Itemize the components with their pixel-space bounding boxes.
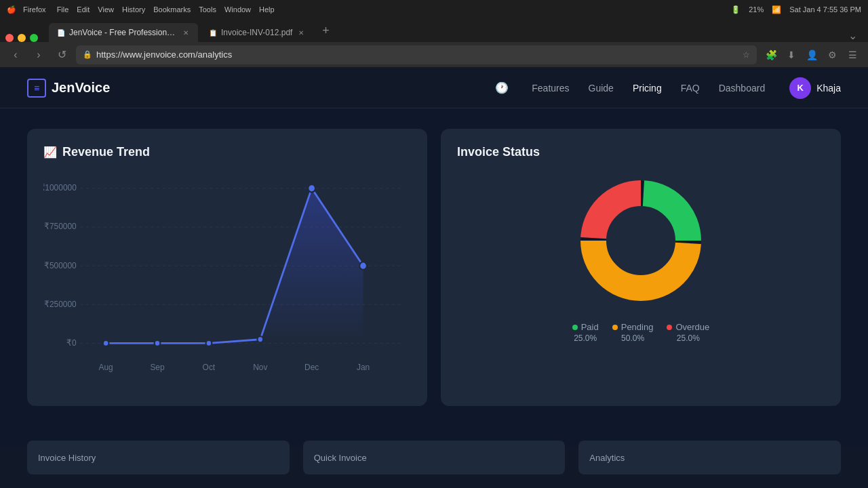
menu-window[interactable]: Window <box>224 5 251 14</box>
revenue-trend-title: 📈 Revenue Trend <box>43 145 411 159</box>
donut-chart-svg: .donut-ring { fill: none; stroke-width: … <box>573 173 709 308</box>
navbar: ≡ JenVoice 🕐 Features Guide Pricing FAQ … <box>0 68 868 108</box>
svg-point-19 <box>257 336 263 342</box>
fullscreen-button[interactable] <box>30 34 38 42</box>
paid-pct: 25.0% <box>574 333 597 343</box>
sysbar-right: 🔋 21% 📶 Sat Jan 4 7:55 36 PM <box>731 5 861 14</box>
svg-text:Oct: Oct <box>203 363 216 372</box>
donut-legend: Paid 25.0% Pending 50.0% <box>572 322 710 343</box>
app-background: ≡ JenVoice 🕐 Features Guide Pricing FAQ … <box>0 68 868 488</box>
tab-list-button[interactable]: ⌄ <box>848 29 857 42</box>
bottom-card-2: Quick Invoice <box>303 441 566 474</box>
donut-container: .donut-ring { fill: none; stroke-width: … <box>457 173 825 343</box>
urlbar-row: ‹ › ↺ 🔒 https://www.jenvoice.com/analyti… <box>0 42 868 68</box>
legend-overdue: Overdue 25.0% <box>667 322 709 343</box>
app-name: Firefox <box>23 5 46 14</box>
revenue-trend-card: 📈 Revenue Trend ₹1000000 ₹750000 <box>27 129 427 406</box>
menu-help[interactable]: Help <box>259 5 275 14</box>
trend-icon: 📈 <box>43 146 57 159</box>
security-icon: 🔒 <box>83 50 92 59</box>
svg-text:Jan: Jan <box>357 363 370 372</box>
download-icon[interactable]: ⬇ <box>783 46 800 64</box>
svg-text:Aug: Aug <box>99 363 113 372</box>
menu-edit[interactable]: Edit <box>77 5 90 14</box>
paid-dot <box>572 325 578 330</box>
logo-text: JenVoice <box>52 80 110 96</box>
svg-text:Nov: Nov <box>253 363 268 372</box>
pending-pct: 50.0% <box>621 333 644 343</box>
nav-link-dashboard[interactable]: Dashboard <box>719 83 766 94</box>
forward-button[interactable]: › <box>30 46 47 64</box>
invoice-status-label: Invoice Status <box>457 145 540 159</box>
new-tab-button[interactable]: + <box>317 22 334 39</box>
pending-label: Pending <box>621 322 654 332</box>
reload-button[interactable]: ↺ <box>53 46 71 64</box>
wifi-icon: 📶 <box>772 5 781 14</box>
nav-link-features[interactable]: Features <box>532 83 569 94</box>
bookmark-star-icon[interactable]: ☆ <box>743 50 750 60</box>
svg-text:₹500000: ₹500000 <box>44 260 77 270</box>
bottom-card-title-3: Analytics <box>589 453 625 463</box>
tab-title-jenvoice: JenVoice - Free Professional In... <box>69 28 177 37</box>
apple-logo: 🍎 <box>7 5 16 14</box>
settings-icon[interactable]: ⚙ <box>823 46 841 64</box>
tab-favicon-pdf: 📋 <box>209 29 217 37</box>
bottom-card-title-2: Quick Invoice <box>314 453 367 463</box>
svg-text:Dec: Dec <box>304 363 319 372</box>
paid-label: Paid <box>581 322 599 332</box>
bottom-card-title-1: Invoice History <box>38 453 96 463</box>
menu-history[interactable]: History <box>122 5 145 14</box>
overdue-pct: 25.0% <box>677 333 700 343</box>
invoice-status-card: Invoice Status .donut-ring { fill: none;… <box>441 129 841 406</box>
legend-paid: Paid 25.0% <box>572 322 599 343</box>
close-button[interactable] <box>5 34 14 42</box>
nav-link-guide[interactable]: Guide <box>589 83 614 94</box>
legend-pending: Pending 50.0% <box>612 322 654 343</box>
bottom-card-3: Analytics <box>578 441 841 474</box>
browser-toolbar-right: 🧩 ⬇ 👤 ⚙ ☰ <box>762 46 861 64</box>
charts-row: 📈 Revenue Trend ₹1000000 ₹750000 <box>27 129 841 406</box>
profile-icon[interactable]: 👤 <box>803 46 821 64</box>
svg-point-16 <box>103 340 109 346</box>
overdue-label: Overdue <box>675 322 709 332</box>
pending-dot <box>612 325 618 330</box>
svg-text:₹750000: ₹750000 <box>44 222 77 231</box>
menu-bookmarks[interactable]: Bookmarks <box>153 5 191 14</box>
url-text: https://www.jenvoice.com/analytics <box>96 49 738 60</box>
clock-icon[interactable]: 🕐 <box>491 77 513 99</box>
logo[interactable]: ≡ JenVoice <box>27 79 110 98</box>
tab-jenvoice[interactable]: 📄 JenVoice - Free Professional In... ✕ <box>49 23 198 42</box>
svg-point-21 <box>359 262 367 269</box>
logo-icon: ≡ <box>27 79 46 98</box>
bottom-card-1: Invoice History <box>27 441 290 474</box>
menu-file[interactable]: File <box>57 5 69 14</box>
svg-text:Sep: Sep <box>150 363 164 372</box>
menu-view[interactable]: View <box>98 5 114 14</box>
main-content: 📈 Revenue Trend ₹1000000 ₹750000 <box>0 108 868 447</box>
nav-link-faq[interactable]: FAQ <box>681 83 700 94</box>
time-display: Sat Jan 4 7:55 36 PM <box>789 5 861 14</box>
overdue-dot <box>667 325 672 330</box>
nav-link-pricing[interactable]: Pricing <box>633 83 662 94</box>
svg-text:₹1000000: ₹1000000 <box>43 183 77 192</box>
minimize-button[interactable] <box>18 34 26 42</box>
system-bar: 🍎 Firefox File Edit View History Bookmar… <box>0 0 868 19</box>
bottom-row: Invoice History Quick Invoice Analytics <box>0 441 868 474</box>
menu-tools[interactable]: Tools <box>199 5 216 14</box>
tab-favicon-jenvoice: 📄 <box>57 29 65 37</box>
tab-close-jenvoice[interactable]: ✕ <box>181 28 190 37</box>
svg-text:₹0: ₹0 <box>66 338 77 348</box>
user-avatar[interactable]: K <box>789 77 811 99</box>
url-bar[interactable]: 🔒 https://www.jenvoice.com/analytics ☆ <box>76 45 757 64</box>
revenue-chart: ₹1000000 ₹750000 ₹500000 ₹250000 ₹0 Aug … <box>43 173 411 390</box>
svg-point-20 <box>308 184 315 192</box>
back-button[interactable]: ‹ <box>7 46 24 64</box>
nav-links: 🕐 Features Guide Pricing FAQ Dashboard K… <box>491 77 841 99</box>
extensions-icon[interactable]: 🧩 <box>762 46 780 64</box>
tabs-bar: 📄 JenVoice - Free Professional In... ✕ 📋… <box>0 19 868 42</box>
tab-close-pdf[interactable]: ✕ <box>296 28 306 37</box>
user-name[interactable]: Khaja <box>816 83 841 94</box>
svg-text:₹250000: ₹250000 <box>44 299 77 308</box>
tab-invoice-pdf[interactable]: 📋 Invoice-INV-012.pdf ✕ <box>201 23 314 42</box>
menu-icon[interactable]: ☰ <box>844 46 861 64</box>
